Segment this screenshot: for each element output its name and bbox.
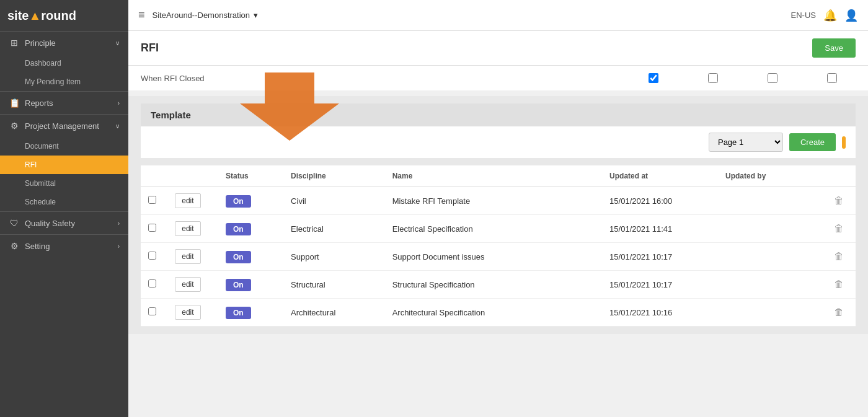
sidebar: site▲round ⊞ Principle ∨ Dashboard My Pe…	[0, 0, 128, 417]
discipline-cell-1: Electrical	[283, 215, 385, 243]
project-select[interactable]: SiteAround--Demonstration ▾	[153, 11, 259, 20]
table-body: edit On Civil Mistake RFI Template 15/01…	[141, 187, 856, 327]
sidebar-item-document[interactable]: Document	[0, 137, 128, 156]
th-checkbox	[141, 165, 167, 187]
chevron-right-icon-set: ›	[118, 243, 120, 250]
chevron-down-icon: ∨	[115, 40, 120, 46]
edit-button-0[interactable]: edit	[175, 193, 200, 208]
notification-label: When RFI Closed	[141, 74, 649, 83]
sidebar-item-rfi[interactable]: RFI	[0, 156, 128, 174]
sidebar-section-principle: ⊞ Principle ∨ Dashboard My Pending Item	[0, 31, 128, 91]
sidebar-label-principle: Principle	[25, 38, 56, 48]
sidebar-item-project-management[interactable]: ⚙ Project Management ∨	[0, 115, 128, 137]
logo: site▲round	[0, 0, 128, 31]
updated-at-cell-4: 15/01/2021 10:16	[602, 299, 718, 327]
name-cell-4: Architectural Specification	[385, 299, 602, 327]
edit-button-2[interactable]: edit	[175, 249, 200, 264]
updated-at-cell-0: 15/01/2021 16:00	[602, 187, 718, 215]
row-checkbox-0[interactable]	[148, 196, 156, 204]
sidebar-label-setting: Setting	[25, 242, 50, 251]
delete-icon-3[interactable]: 🗑	[834, 279, 844, 289]
delete-icon-0[interactable]: 🗑	[834, 195, 844, 206]
sidebar-item-principle[interactable]: ⊞ Principle ∨	[0, 32, 128, 54]
sidebar-section-setting: ⚙ Setting ›	[0, 234, 128, 257]
table-header: Status Discipline Name Updated at Update	[141, 165, 856, 187]
edit-button-4[interactable]: edit	[175, 305, 200, 320]
table-row: edit On Electrical Electrical Specificat…	[141, 215, 856, 243]
updated-by-cell-0	[718, 187, 826, 215]
chevron-down-icon-pm: ∨	[115, 123, 120, 129]
create-button[interactable]: Create	[789, 133, 836, 151]
row-checkbox-3[interactable]	[148, 279, 156, 288]
sidebar-section-quality-safety: 🛡 Quality Safety ›	[0, 211, 128, 234]
row-checkbox-2[interactable]	[148, 252, 156, 260]
user-icon[interactable]: 👤	[844, 9, 858, 22]
page-title: RFI	[141, 42, 159, 55]
reports-icon: 📋	[9, 98, 20, 108]
name-cell-2: Support Document issues	[385, 243, 602, 271]
sidebar-label-reports: Reports	[25, 99, 53, 108]
name-cell-0: Mistake RFI Template	[385, 187, 602, 215]
chevron-right-icon-qs: ›	[118, 220, 120, 227]
th-status: Status	[218, 165, 283, 187]
th-updated-by: Updated by	[718, 165, 826, 187]
status-badge-4: On	[226, 307, 251, 319]
status-badge-2: On	[226, 251, 251, 263]
sidebar-section-project-management: ⚙ Project Management ∨ Document RFI Subm…	[0, 114, 128, 211]
sidebar-item-quality-safety[interactable]: 🛡 Quality Safety ›	[0, 212, 128, 234]
setting-icon: ⚙	[9, 241, 20, 251]
edit-button-3[interactable]: edit	[175, 277, 200, 292]
updated-by-cell-2	[718, 243, 826, 271]
checkbox-1[interactable]	[649, 73, 658, 83]
table-row: edit On Architectural Architectural Spec…	[141, 299, 856, 327]
sidebar-item-reports[interactable]: 📋 Reports ›	[0, 92, 128, 114]
updated-by-cell-4	[718, 299, 826, 327]
menu-icon[interactable]: ≡	[138, 9, 145, 22]
th-discipline: Discipline	[283, 165, 385, 187]
sidebar-item-dashboard[interactable]: Dashboard	[0, 54, 128, 72]
sidebar-item-setting[interactable]: ⚙ Setting ›	[0, 235, 128, 257]
template-title: Template	[151, 110, 191, 120]
page-header: RFI Save	[128, 31, 868, 66]
checkbox-2[interactable]	[708, 73, 718, 83]
status-badge-1: On	[226, 223, 251, 235]
scroll-handle[interactable]	[842, 136, 846, 149]
sidebar-section-reports: 📋 Reports ›	[0, 91, 128, 114]
sidebar-item-my-pending[interactable]: My Pending Item	[0, 72, 128, 91]
project-name: SiteAround--Demonstration	[153, 11, 250, 20]
discipline-cell-3: Structural	[283, 271, 385, 299]
th-delete	[826, 165, 856, 187]
template-table: Status Discipline Name Updated at Update	[141, 165, 856, 327]
page-select[interactable]: Page 1	[709, 133, 783, 152]
sidebar-item-schedule[interactable]: Schedule	[0, 193, 128, 211]
project-chevron-icon: ▾	[254, 11, 258, 20]
main-content: ≡ SiteAround--Demonstration ▾ EN-US 🔔 👤 …	[128, 0, 868, 417]
language-label: EN-US	[791, 11, 816, 20]
sidebar-label-project-management: Project Management	[25, 121, 99, 131]
page-content: RFI Save When RFI Closed Template	[128, 31, 868, 417]
row-checkbox-1[interactable]	[148, 224, 156, 232]
updated-by-cell-3	[718, 271, 826, 299]
discipline-cell-2: Support	[283, 243, 385, 271]
notification-icon[interactable]: 🔔	[823, 9, 837, 22]
principle-icon: ⊞	[9, 38, 20, 48]
delete-icon-1[interactable]: 🗑	[834, 223, 844, 234]
delete-icon-2[interactable]: 🗑	[834, 251, 844, 261]
quality-safety-icon: 🛡	[9, 218, 20, 228]
delete-icon-4[interactable]: 🗑	[834, 307, 844, 317]
th-name: Name	[385, 165, 602, 187]
template-toolbar: Page 1 Create	[141, 126, 856, 158]
updated-by-cell-1	[718, 215, 826, 243]
logo-arrow: ▲	[29, 9, 41, 22]
row-checkbox-4[interactable]	[148, 307, 156, 315]
template-section: Template Pa	[128, 96, 868, 334]
sidebar-item-submittal[interactable]: Submittal	[0, 174, 128, 193]
checkbox-4[interactable]	[827, 73, 837, 83]
checkbox-3[interactable]	[768, 73, 777, 83]
save-button[interactable]: Save	[812, 38, 856, 58]
status-badge-3: On	[226, 279, 251, 291]
table-row: edit On Support Support Document issues …	[141, 243, 856, 271]
edit-button-1[interactable]: edit	[175, 221, 200, 236]
chevron-right-icon: ›	[118, 100, 120, 107]
name-cell-1: Electrical Specification	[385, 215, 602, 243]
